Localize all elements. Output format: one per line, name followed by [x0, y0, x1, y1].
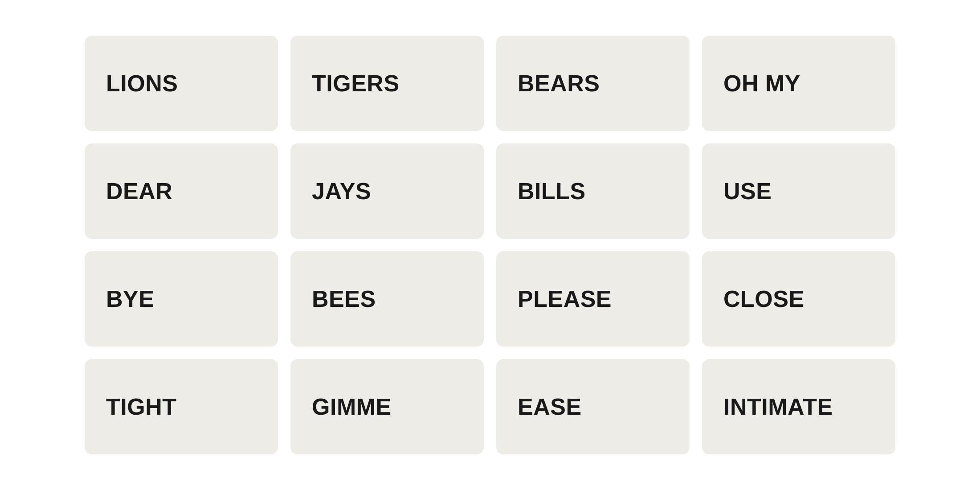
grid-item-label-tight: TIGHT	[106, 393, 176, 420]
grid-item-label-bills: BILLS	[518, 178, 586, 204]
grid-item-label-bye: BYE	[106, 286, 154, 312]
grid-item-label-jays: JAYS	[312, 178, 371, 204]
grid-item-label-use: USE	[723, 178, 772, 204]
grid-item-label-bees: BEES	[312, 286, 376, 312]
grid-item-bye[interactable]: BYE	[85, 251, 278, 347]
grid-item-use[interactable]: USE	[702, 143, 895, 239]
grid-item-label-gimme: GIMME	[312, 393, 392, 420]
grid-item-label-bears: BEARS	[518, 70, 600, 97]
word-grid: LIONSTIGERSBEARSOH MYDEARJAYSBILLSUSEBYE…	[76, 27, 904, 463]
grid-item-dear[interactable]: DEAR	[85, 143, 278, 239]
grid-item-label-oh-my: OH MY	[723, 70, 800, 97]
grid-item-jays[interactable]: JAYS	[290, 143, 484, 239]
grid-item-label-ease: EASE	[518, 393, 582, 420]
grid-item-tight[interactable]: TIGHT	[85, 359, 278, 454]
grid-item-label-lions: LIONS	[106, 70, 178, 97]
grid-item-label-close: CLOSE	[723, 286, 804, 312]
grid-item-bears[interactable]: BEARS	[496, 36, 690, 131]
grid-item-intimate[interactable]: INTIMATE	[702, 359, 895, 454]
grid-item-label-intimate: INTIMATE	[723, 393, 833, 420]
grid-item-bills[interactable]: BILLS	[496, 143, 690, 239]
grid-item-bees[interactable]: BEES	[290, 251, 484, 347]
grid-item-ease[interactable]: EASE	[496, 359, 690, 454]
grid-item-label-tigers: TIGERS	[312, 70, 400, 97]
grid-item-close[interactable]: CLOSE	[702, 251, 895, 347]
grid-item-lions[interactable]: LIONS	[85, 36, 278, 131]
grid-item-tigers[interactable]: TIGERS	[290, 36, 484, 131]
grid-item-label-please: PLEASE	[518, 286, 612, 312]
grid-item-label-dear: DEAR	[106, 178, 172, 204]
grid-item-please[interactable]: PLEASE	[496, 251, 690, 347]
grid-item-gimme[interactable]: GIMME	[290, 359, 484, 454]
grid-item-oh-my[interactable]: OH MY	[702, 36, 895, 131]
